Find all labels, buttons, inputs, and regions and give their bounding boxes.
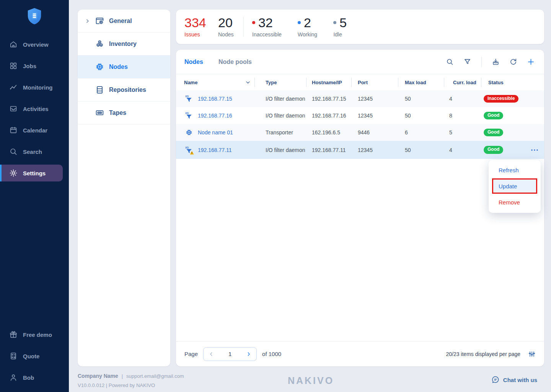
cell-name: I/O 192.168.77.16 (176, 111, 254, 120)
column-label: Port (358, 80, 368, 85)
sidebar-item-search[interactable]: Search (0, 141, 69, 162)
support-email[interactable]: support.email@gmail.com (126, 373, 184, 379)
tab-node-pools[interactable]: Node pools (218, 59, 252, 65)
cell-curr-load: 8 (444, 113, 481, 119)
column-header-curr-load[interactable]: Curr. load (444, 74, 481, 90)
tab-nodes[interactable]: Nodes (184, 59, 203, 65)
nodes-label: Nodes (218, 31, 243, 38)
sidebar-item-quote[interactable]: Quote (0, 345, 69, 367)
sidebar-item-label: Free demo (23, 332, 52, 338)
sliders-icon[interactable] (528, 350, 536, 358)
chevron-right-icon[interactable] (85, 18, 91, 24)
version-info: V10.0.0.012 | Powered by NAKIVO (78, 382, 184, 388)
column-header-name[interactable]: Name (176, 74, 254, 90)
inbox-icon (9, 105, 18, 113)
cell-curr-load: 4 (444, 147, 481, 153)
settings-nav-label: Nodes (109, 64, 128, 70)
node-name-link[interactable]: 192.168.77.11 (198, 147, 232, 153)
current-page[interactable]: 1 (228, 351, 231, 357)
nodes-summary-card: 334 Issues 20 Nodes 32 Inaccessible 2 Wo… (176, 10, 544, 44)
column-label: Name (184, 80, 197, 85)
cell-max-load: 6 (398, 129, 444, 136)
calendar-icon (9, 126, 18, 134)
cell-hostname: 162.196.6.5 (306, 129, 351, 136)
sidebar-item-activities[interactable]: Activities (0, 98, 69, 119)
chat-with-us-button[interactable]: Chat with us (491, 376, 537, 384)
node-name-link[interactable]: 192.168.77.16 (198, 113, 232, 119)
sidebar-item-jobs[interactable]: Jobs (0, 55, 69, 77)
settings-nav-label: Inventory (109, 41, 137, 47)
column-header-max-load[interactable]: Max load (398, 74, 444, 90)
chip-icon (95, 62, 104, 72)
svg-text:I/O: I/O (186, 146, 189, 149)
cell-name: I/O 192.168.77.15 (176, 95, 254, 103)
idle-label: Idle (333, 31, 347, 38)
column-header-status[interactable]: Status (481, 74, 525, 90)
add-icon[interactable] (527, 58, 535, 66)
shield-logo-icon (26, 7, 43, 26)
search-icon[interactable] (446, 58, 454, 66)
stat-nodes: 20 Nodes (218, 16, 243, 38)
cell-type: I/O filter daemon (254, 147, 306, 153)
stats-divider (243, 17, 244, 37)
cell-name: Node name 01 (176, 128, 254, 137)
settings-nav-tapes[interactable]: Tapes (78, 101, 170, 124)
cell-curr-load: 5 (444, 129, 481, 136)
blue-dot-icon (298, 21, 301, 24)
column-label: Hostname/IP (312, 80, 342, 85)
red-dot-icon (252, 21, 255, 24)
cell-type: I/O filter daemon (254, 96, 306, 102)
settings-nav-inventory[interactable]: Inventory (78, 33, 170, 56)
sidebar-item-monitoring[interactable]: Monitoring (0, 77, 69, 98)
sidebar-item-free-demo[interactable]: Free demo (0, 324, 69, 345)
menu-item-remove[interactable]: Remove (489, 194, 541, 210)
table-row[interactable]: I/O 192.168.77.16 I/O filter daemon 192.… (176, 107, 544, 124)
cell-actions (525, 147, 544, 154)
cell-hostname: 192.168.77.11 (306, 147, 351, 153)
column-header-type[interactable]: Type (254, 74, 306, 90)
column-header-hostname[interactable]: Hostname/IP (306, 74, 351, 90)
toolbar-divider (481, 57, 482, 67)
home-icon (9, 40, 18, 49)
window-gear-icon (95, 16, 104, 26)
settings-nav-label: General (109, 18, 132, 24)
inaccessible-label: Inaccessible (252, 31, 282, 38)
next-page-icon[interactable] (246, 351, 252, 357)
settings-nav-nodes[interactable]: Nodes (78, 56, 170, 78)
prev-page-icon[interactable] (208, 351, 214, 357)
sidebar-bottom-group: Free demo Quote Bob (0, 324, 69, 392)
import-icon[interactable] (492, 58, 500, 66)
node-name-link[interactable]: 192.168.77.15 (198, 96, 232, 102)
svg-text:I/O: I/O (186, 95, 189, 98)
table-row-selected[interactable]: I/O 192.168.77.11 I/O filter daemon 192.… (176, 141, 544, 159)
cell-port: 12345 (351, 113, 398, 119)
filter-icon[interactable] (463, 58, 471, 66)
annotation-update-highlight: Update (492, 178, 537, 194)
sidebar-item-settings[interactable]: Settings (0, 165, 63, 181)
sidebar-item-user[interactable]: Bob (0, 367, 69, 388)
ellipsis-icon (531, 149, 538, 151)
footer-company-block: Company Name | support.email@gmail.com V… (78, 373, 184, 388)
cell-max-load: 50 (398, 113, 444, 119)
table-row[interactable]: Node name 01 Transporter 162.196.6.5 944… (176, 124, 544, 141)
row-more-menu-button[interactable] (530, 147, 540, 154)
table-row[interactable]: I/O 192.168.77.15 I/O filter daemon 192.… (176, 90, 544, 107)
sort-chevron-down-icon[interactable] (245, 79, 251, 86)
menu-item-update[interactable]: Update (493, 180, 536, 193)
total-pages-label: of 1000 (262, 351, 281, 357)
cell-type: Transporter (254, 129, 306, 136)
refresh-icon[interactable] (509, 58, 517, 66)
menu-item-refresh[interactable]: Refresh (489, 162, 541, 178)
settings-nav-label: Tapes (109, 109, 126, 116)
sidebar-item-calendar[interactable]: Calendar (0, 119, 69, 141)
node-name-link[interactable]: Node name 01 (198, 129, 233, 136)
transporter-chip-icon (185, 128, 193, 137)
tape-icon (95, 108, 104, 118)
settings-nav-general[interactable]: General (78, 10, 170, 33)
sidebar-item-overview[interactable]: Overview (0, 34, 69, 55)
sidebar-item-label: Settings (23, 170, 46, 176)
sidebar-item-label: Overview (23, 41, 49, 48)
sidebar-item-label: Quote (23, 353, 39, 359)
settings-nav-repositories[interactable]: Repositories (78, 78, 170, 101)
column-header-port[interactable]: Port (351, 74, 398, 90)
